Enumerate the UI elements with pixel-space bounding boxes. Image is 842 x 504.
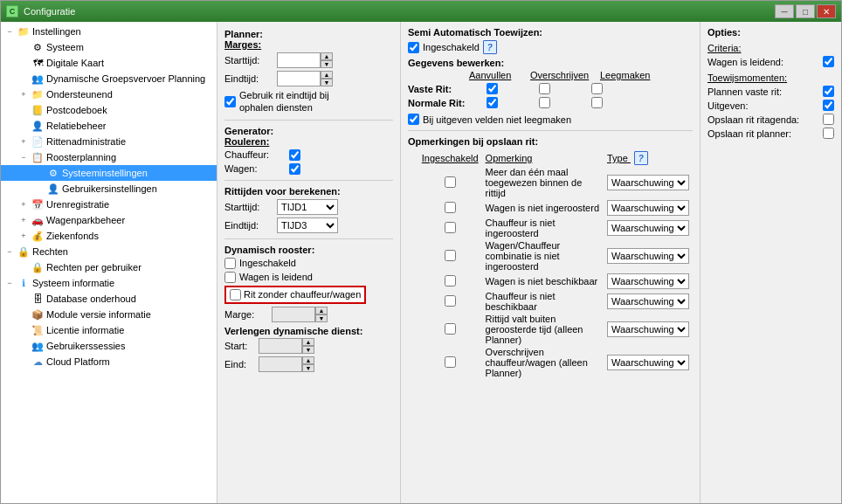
starttijd2-select[interactable]: TIJD1 TIJD2 TIJD3 [277, 199, 338, 215]
row8-cb[interactable] [445, 356, 456, 368]
tree-item-relatiebeheer[interactable]: 👤 Relatiebeheer [1, 118, 217, 134]
expander[interactable] [3, 276, 17, 290]
expander-instellingen[interactable] [3, 24, 17, 38]
row1-type[interactable]: WaarschuwingFout [607, 175, 689, 190]
wagen-checkbox[interactable] [289, 163, 300, 175]
semi-ingeschakeld-checkbox[interactable] [408, 42, 419, 53]
eind-input[interactable]: 0 [259, 356, 302, 372]
gebruik-eindtijd-checkbox[interactable] [224, 96, 236, 107]
restore-button[interactable]: □ [796, 4, 815, 18]
gegevens-header: Aanvullen Overschrijven Leegmaken [408, 70, 693, 80]
row7-type[interactable]: WaarschuwingFout [607, 321, 689, 337]
vaste-rit-overschrijven-cb[interactable] [539, 83, 550, 94]
tree-item-systeeminstellingen[interactable]: ⚙ Systeeminstellingen [1, 165, 217, 181]
tree-item-ondersteunend[interactable]: 📁 Ondersteunend [1, 86, 217, 102]
spinbox-up2[interactable]: ▲ [321, 71, 333, 79]
overschrijven-header: Overschrijven [530, 70, 600, 80]
spinbox-down3[interactable]: ▼ [315, 314, 328, 322]
minimize-button[interactable]: ─ [775, 4, 794, 18]
wagen-leidend-checkbox[interactable] [224, 272, 236, 283]
close-button[interactable]: ✕ [817, 4, 836, 18]
tree-item-licentie[interactable]: 📜 Licentie informatie [1, 322, 217, 338]
spinbox-down4[interactable]: ▼ [302, 346, 314, 354]
spinbox-down2[interactable]: ▼ [321, 79, 333, 86]
tree-item-gebruikersinstellingen[interactable]: 👤 Gebruikersinstellingen [1, 181, 217, 197]
eindtijd-input[interactable]: 0 [277, 71, 321, 86]
row2-cb[interactable] [445, 202, 456, 213]
expander[interactable] [17, 135, 31, 148]
expander[interactable] [3, 245, 17, 259]
vaste-rit-leegmaken-cb[interactable] [591, 83, 603, 94]
row5-type[interactable]: WaarschuwingFout [607, 273, 689, 289]
spinbox-down[interactable]: ▼ [321, 60, 333, 68]
starttijd-spinbox[interactable]: 0 ▲ ▼ [277, 52, 333, 68]
spinbox-up5[interactable]: ▲ [302, 356, 314, 364]
normale-rit-leegmaken-cb[interactable] [591, 97, 603, 108]
opslaan-agenda-cb[interactable] [823, 114, 834, 125]
ingeschakeld-checkbox[interactable] [224, 258, 236, 269]
tree-item-rechten[interactable]: 🔒 Rechten [1, 244, 217, 259]
plannen-vaste-cb[interactable] [823, 86, 834, 97]
tree-item-rittenadministratie[interactable]: 📄 Rittenadministratie [1, 134, 217, 149]
eindtijd-spinbox[interactable]: 0 ▲ ▼ [277, 71, 333, 86]
help-icon[interactable]: ? [483, 40, 497, 54]
marge-input[interactable]: 0 [272, 307, 315, 322]
normale-rit-row: Normale Rit: [408, 97, 693, 108]
spinbox-up[interactable]: ▲ [321, 52, 333, 60]
bij-uitgeven-label: Bij uitgeven velden niet leegmaken [423, 114, 571, 125]
expander[interactable] [17, 197, 31, 211]
row5-cb[interactable] [445, 275, 456, 287]
row2-type[interactable]: WaarschuwingFout [607, 200, 689, 216]
expander [17, 103, 31, 117]
normale-rit-overschrijven-cb[interactable] [539, 97, 550, 108]
expander[interactable] [17, 150, 31, 164]
row3-cb[interactable] [445, 222, 456, 233]
normale-rit-aanvullen-cb[interactable] [487, 97, 498, 108]
row4-type[interactable]: WaarschuwingFout [607, 248, 689, 264]
tree-item-ziekenfonds[interactable]: 💰 Ziekenfonds [1, 228, 217, 244]
tree-item-roosterplanning[interactable]: 📋 Roosterplanning [1, 149, 217, 165]
row8-type[interactable]: WaarschuwingFout [607, 355, 689, 370]
expander[interactable] [17, 213, 31, 227]
tree-item-wagenparkbeheer[interactable]: 🚗 Wagenparkbeheer [1, 212, 217, 228]
expander[interactable] [17, 229, 31, 243]
spinbox-down5[interactable]: ▼ [302, 364, 314, 372]
row6-type[interactable]: WaarschuwingFout [607, 293, 689, 309]
tree-item-gebruikerssessies[interactable]: 👥 Gebruikerssessies [1, 338, 217, 354]
tree-item-database[interactable]: 🗄 Database onderhoud [1, 291, 217, 307]
chauffeur-checkbox[interactable] [289, 149, 300, 161]
tree-item-postcodeboek[interactable]: 📒 Postcodeboek [1, 102, 217, 118]
starttijd-input[interactable]: 0 [277, 52, 321, 68]
tree-item-rechten-per-gebruiker[interactable]: 🔒 Rechten per gebruiker [1, 259, 217, 275]
vaste-rit-aanvullen-cb[interactable] [487, 83, 498, 94]
opslaan-planner-cb[interactable] [823, 128, 834, 139]
row7-cb[interactable] [445, 323, 456, 335]
row1-cb[interactable] [445, 176, 456, 188]
tree-item-dyn-groep[interactable]: 👥 Dynamische Groepsvervoer Planning [1, 71, 217, 86]
tree-item-systeem-info[interactable]: ℹ Systeem informatie [1, 275, 217, 291]
tree-item-module[interactable]: 📦 Module versie informatie [1, 307, 217, 322]
spinbox-up4[interactable]: ▲ [302, 338, 314, 346]
type-col-header: Type ? [604, 150, 693, 166]
eindtijd2-select[interactable]: TIJD1 TIJD2 TIJD3 [277, 217, 338, 233]
expander[interactable] [17, 87, 31, 101]
marge-spinbox[interactable]: 0 ▲ ▼ [272, 307, 328, 322]
eind-spinbox[interactable]: 0 ▲ ▼ [259, 356, 314, 372]
tree-item-systeem[interactable]: ⚙ Systeem [1, 39, 217, 55]
row6-cb[interactable] [445, 295, 456, 307]
tree-item-digitale-kaart[interactable]: 🗺 Digitale Kaart [1, 55, 217, 71]
row3-type[interactable]: WaarschuwingFout [607, 220, 689, 236]
wagen-leidend-opties-cb[interactable] [823, 56, 834, 67]
spinbox-up3[interactable]: ▲ [315, 307, 328, 314]
tree-item-urenregistratie[interactable]: 📅 Urenregistratie [1, 197, 217, 212]
type-help-icon[interactable]: ? [634, 151, 648, 165]
tree-item-instellingen[interactable]: 📁 Instellingen [1, 24, 217, 39]
start-input[interactable]: 0 [259, 338, 302, 354]
start-spinbox[interactable]: 0 ▲ ▼ [259, 338, 314, 354]
rit-zonder-checkbox[interactable] [230, 289, 241, 300]
tree-item-cloud-platform[interactable]: ☁ Cloud Platform [1, 354, 217, 369]
marge-row: Marge: 0 ▲ ▼ [224, 307, 393, 322]
uitgeven-cb[interactable] [823, 100, 834, 111]
row4-cb[interactable] [445, 250, 456, 261]
bij-uitgeven-checkbox[interactable] [408, 114, 419, 125]
